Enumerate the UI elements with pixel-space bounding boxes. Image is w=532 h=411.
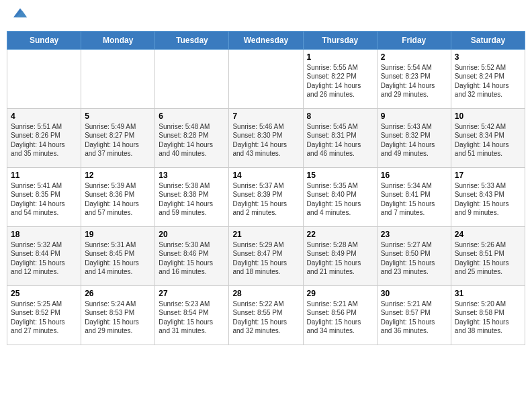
calendar-cell: 11Sunrise: 5:41 AMSunset: 8:35 PMDayligh…	[7, 167, 81, 226]
day-number: 20	[159, 230, 225, 239]
day-info: Sunrise: 5:37 AMSunset: 8:39 PMDaylight:…	[232, 181, 299, 218]
calendar-cell: 28Sunrise: 5:22 AMSunset: 8:55 PMDayligh…	[229, 285, 303, 345]
calendar-week-5: 25Sunrise: 5:25 AMSunset: 8:52 PMDayligh…	[7, 285, 525, 345]
calendar-cell	[7, 49, 81, 108]
calendar-cell: 5Sunrise: 5:49 AMSunset: 8:27 PMDaylight…	[81, 108, 155, 167]
weekday-header-thursday: Thursday	[303, 31, 377, 49]
weekday-header-wednesday: Wednesday	[229, 31, 303, 49]
day-number: 24	[455, 230, 521, 239]
calendar-cell: 27Sunrise: 5:23 AMSunset: 8:54 PMDayligh…	[155, 285, 229, 345]
day-info: Sunrise: 5:46 AMSunset: 8:30 PMDaylight:…	[232, 122, 299, 158]
day-info: Sunrise: 5:33 AMSunset: 8:43 PMDaylight:…	[455, 181, 521, 218]
calendar-cell: 13Sunrise: 5:38 AMSunset: 8:38 PMDayligh…	[155, 167, 229, 226]
day-number: 6	[159, 111, 225, 121]
day-number: 3	[455, 52, 521, 62]
day-info: Sunrise: 5:28 AMSunset: 8:49 PMDaylight:…	[307, 240, 373, 277]
logo-icon	[13, 6, 27, 19]
day-info: Sunrise: 5:25 AMSunset: 8:52 PMDaylight:…	[11, 300, 77, 336]
calendar-cell: 15Sunrise: 5:35 AMSunset: 8:40 PMDayligh…	[303, 167, 377, 226]
weekday-header-sunday: Sunday	[7, 31, 81, 49]
day-info: Sunrise: 5:34 AMSunset: 8:41 PMDaylight:…	[381, 181, 447, 218]
day-info: Sunrise: 5:29 AMSunset: 8:47 PMDaylight:…	[232, 240, 299, 277]
calendar-cell: 14Sunrise: 5:37 AMSunset: 8:39 PMDayligh…	[229, 167, 303, 226]
day-info: Sunrise: 5:31 AMSunset: 8:45 PMDaylight:…	[85, 240, 151, 277]
day-number: 26	[85, 289, 151, 298]
day-number: 8	[307, 111, 373, 121]
calendar-cell: 4Sunrise: 5:51 AMSunset: 8:26 PMDaylight…	[7, 108, 81, 167]
day-info: Sunrise: 5:39 AMSunset: 8:36 PMDaylight:…	[85, 181, 151, 218]
day-number: 30	[381, 289, 447, 298]
calendar-week-4: 18Sunrise: 5:32 AMSunset: 8:44 PMDayligh…	[7, 226, 525, 285]
calendar-cell: 29Sunrise: 5:21 AMSunset: 8:56 PMDayligh…	[303, 285, 377, 345]
calendar-cell: 25Sunrise: 5:25 AMSunset: 8:52 PMDayligh…	[7, 285, 81, 345]
calendar-cell: 6Sunrise: 5:48 AMSunset: 8:28 PMDaylight…	[155, 108, 229, 167]
day-number: 28	[232, 289, 299, 298]
day-info: Sunrise: 5:30 AMSunset: 8:46 PMDaylight:…	[159, 240, 225, 277]
day-number: 13	[159, 171, 225, 180]
calendar-cell: 30Sunrise: 5:21 AMSunset: 8:57 PMDayligh…	[377, 285, 451, 345]
page-header	[7, 7, 525, 26]
calendar-cell: 21Sunrise: 5:29 AMSunset: 8:47 PMDayligh…	[229, 226, 303, 285]
day-info: Sunrise: 5:49 AMSunset: 8:27 PMDaylight:…	[85, 122, 151, 158]
day-info: Sunrise: 5:20 AMSunset: 8:58 PMDaylight:…	[455, 300, 521, 336]
calendar-cell: 10Sunrise: 5:42 AMSunset: 8:34 PMDayligh…	[451, 108, 525, 167]
day-info: Sunrise: 5:52 AMSunset: 8:24 PMDaylight:…	[455, 63, 521, 99]
calendar-cell: 22Sunrise: 5:28 AMSunset: 8:49 PMDayligh…	[303, 226, 377, 285]
calendar-cell: 23Sunrise: 5:27 AMSunset: 8:50 PMDayligh…	[377, 226, 451, 285]
day-info: Sunrise: 5:24 AMSunset: 8:53 PMDaylight:…	[85, 300, 151, 336]
calendar-cell: 7Sunrise: 5:46 AMSunset: 8:30 PMDaylight…	[229, 108, 303, 167]
day-number: 4	[11, 111, 77, 121]
calendar-cell	[155, 49, 229, 108]
calendar-cell: 16Sunrise: 5:34 AMSunset: 8:41 PMDayligh…	[377, 167, 451, 226]
day-info: Sunrise: 5:54 AMSunset: 8:23 PMDaylight:…	[381, 63, 447, 99]
calendar-cell: 9Sunrise: 5:43 AMSunset: 8:32 PMDaylight…	[377, 108, 451, 167]
day-number: 27	[159, 289, 225, 298]
calendar-cell: 24Sunrise: 5:26 AMSunset: 8:51 PMDayligh…	[451, 226, 525, 285]
day-number: 25	[11, 289, 77, 298]
calendar-cell	[229, 49, 303, 108]
day-number: 21	[232, 230, 299, 239]
day-number: 15	[307, 171, 373, 180]
day-number: 22	[307, 230, 373, 239]
day-info: Sunrise: 5:27 AMSunset: 8:50 PMDaylight:…	[381, 240, 447, 277]
day-info: Sunrise: 5:26 AMSunset: 8:51 PMDaylight:…	[455, 240, 521, 277]
day-number: 12	[85, 171, 151, 180]
calendar-cell: 20Sunrise: 5:30 AMSunset: 8:46 PMDayligh…	[155, 226, 229, 285]
day-number: 14	[232, 171, 299, 180]
calendar-header: SundayMondayTuesdayWednesdayThursdayFrid…	[7, 31, 525, 49]
calendar-cell: 12Sunrise: 5:39 AMSunset: 8:36 PMDayligh…	[81, 167, 155, 226]
day-info: Sunrise: 5:21 AMSunset: 8:56 PMDaylight:…	[307, 300, 373, 336]
day-number: 19	[85, 230, 151, 239]
calendar-cell: 31Sunrise: 5:20 AMSunset: 8:58 PMDayligh…	[451, 285, 525, 345]
calendar-week-1: 1Sunrise: 5:55 AMSunset: 8:22 PMDaylight…	[7, 49, 525, 108]
day-number: 29	[307, 289, 373, 298]
day-number: 16	[381, 171, 447, 180]
day-number: 5	[85, 111, 151, 121]
calendar-week-3: 11Sunrise: 5:41 AMSunset: 8:35 PMDayligh…	[7, 167, 525, 226]
day-number: 11	[11, 171, 77, 180]
day-number: 10	[455, 111, 521, 121]
calendar-cell: 3Sunrise: 5:52 AMSunset: 8:24 PMDaylight…	[451, 49, 525, 108]
day-info: Sunrise: 5:45 AMSunset: 8:31 PMDaylight:…	[307, 122, 373, 158]
day-number: 7	[232, 111, 299, 121]
calendar-week-2: 4Sunrise: 5:51 AMSunset: 8:26 PMDaylight…	[7, 108, 525, 167]
calendar-cell: 2Sunrise: 5:54 AMSunset: 8:23 PMDaylight…	[377, 49, 451, 108]
day-info: Sunrise: 5:43 AMSunset: 8:32 PMDaylight:…	[381, 122, 447, 158]
day-info: Sunrise: 5:35 AMSunset: 8:40 PMDaylight:…	[307, 181, 373, 218]
calendar-cell: 17Sunrise: 5:33 AMSunset: 8:43 PMDayligh…	[451, 167, 525, 226]
day-info: Sunrise: 5:55 AMSunset: 8:22 PMDaylight:…	[307, 63, 373, 99]
calendar-cell	[81, 49, 155, 108]
day-number: 2	[381, 52, 447, 62]
calendar-cell: 19Sunrise: 5:31 AMSunset: 8:45 PMDayligh…	[81, 226, 155, 285]
day-number: 31	[455, 289, 521, 298]
weekday-header-monday: Monday	[81, 31, 155, 49]
day-number: 18	[11, 230, 77, 239]
calendar-cell: 1Sunrise: 5:55 AMSunset: 8:22 PMDaylight…	[303, 49, 377, 108]
day-info: Sunrise: 5:38 AMSunset: 8:38 PMDaylight:…	[159, 181, 225, 218]
day-info: Sunrise: 5:23 AMSunset: 8:54 PMDaylight:…	[159, 300, 225, 336]
weekday-header-friday: Friday	[377, 31, 451, 49]
day-number: 17	[455, 171, 521, 180]
day-number: 23	[381, 230, 447, 239]
day-info: Sunrise: 5:32 AMSunset: 8:44 PMDaylight:…	[11, 240, 77, 277]
logo	[12, 9, 27, 23]
